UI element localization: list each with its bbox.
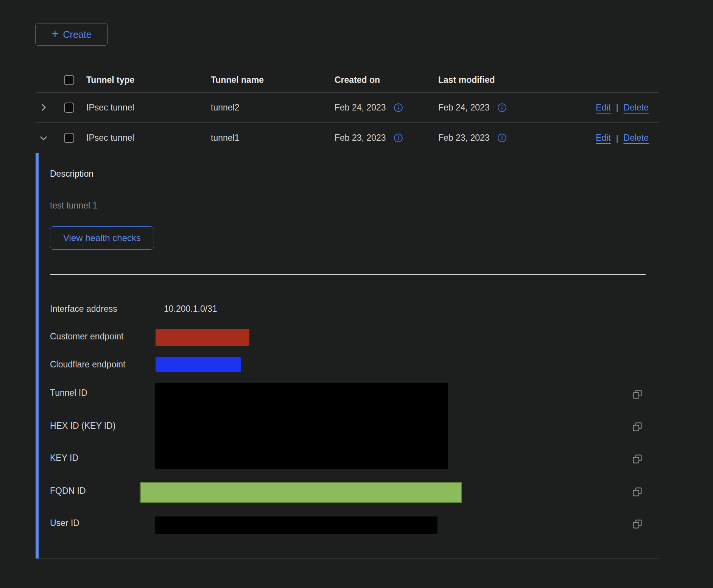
info-icon[interactable]	[394, 133, 403, 143]
customer-endpoint-redacted-value	[156, 329, 249, 346]
expand-row-button[interactable]	[39, 103, 48, 112]
plus-icon: +	[51, 28, 58, 40]
description-label: Description	[50, 168, 93, 179]
header-last-modified: Last modified	[438, 75, 583, 85]
copy-fqdn-id-button[interactable]	[632, 487, 643, 497]
tunnel-name-cell: tunnel1	[211, 133, 335, 143]
actions-separator: |	[616, 133, 618, 143]
ids-redacted-values	[155, 383, 448, 469]
last-modified-cell: Feb 23, 2023	[438, 133, 490, 143]
create-button[interactable]: + Create	[35, 23, 108, 46]
edit-link[interactable]: Edit	[596, 103, 611, 113]
select-all-checkbox[interactable]	[64, 75, 74, 85]
copy-icon	[632, 487, 643, 497]
info-icon[interactable]	[497, 103, 507, 112]
last-modified-cell: Feb 24, 2023	[438, 103, 490, 113]
collapse-row-button[interactable]	[39, 133, 48, 143]
delete-link[interactable]: Delete	[624, 103, 649, 113]
tunnel-type-cell: IPsec tunnel	[86, 133, 211, 143]
key-id-label: KEY ID	[50, 453, 78, 463]
create-button-label: Create	[63, 29, 92, 40]
edit-link[interactable]: Edit	[596, 133, 611, 143]
tunnels-page: + Create Tunnel type Tunnel name Created…	[0, 0, 713, 588]
chevron-down-icon	[39, 133, 48, 143]
actions-separator: |	[616, 103, 618, 112]
fqdn-id-label: FQDN ID	[50, 485, 86, 496]
user-id-redacted-value	[155, 516, 437, 534]
table-row: IPsec tunnel tunnel2 Feb 24, 2023 Feb 24…	[36, 93, 659, 123]
created-on-cell: Feb 24, 2023	[335, 103, 386, 113]
info-icon[interactable]	[497, 133, 507, 143]
copy-icon	[632, 389, 643, 400]
cloudflare-endpoint-label: Cloudflare endpoint	[50, 359, 125, 370]
section-divider	[50, 274, 646, 275]
description-value: test tunnel 1	[50, 200, 97, 211]
row-checkbox[interactable]	[64, 103, 74, 113]
hex-id-label: HEX ID (KEY ID)	[50, 420, 115, 431]
interface-address-value: 10.200.1.0/31	[164, 303, 217, 314]
copy-user-id-button[interactable]	[632, 519, 643, 529]
chevron-right-icon	[39, 103, 48, 112]
copy-icon	[632, 519, 643, 529]
copy-tunnel-id-button[interactable]	[632, 389, 643, 400]
tunnel-name-cell: tunnel2	[211, 103, 335, 113]
delete-link[interactable]: Delete	[624, 133, 649, 143]
header-tunnel-name: Tunnel name	[211, 75, 335, 85]
customer-endpoint-label: Customer endpoint	[50, 331, 123, 342]
expanded-accent-bar	[36, 153, 39, 558]
user-id-label: User ID	[50, 518, 79, 528]
info-icon[interactable]	[394, 103, 403, 112]
table-header-row: Tunnel type Tunnel name Created on Last …	[36, 67, 659, 93]
tunnel-id-label: Tunnel ID	[50, 387, 87, 398]
cloudflare-endpoint-redacted-value	[156, 357, 241, 372]
row-checkbox[interactable]	[64, 133, 74, 143]
view-health-checks-button[interactable]: View health checks	[50, 226, 154, 250]
expanded-tunnel-panel: Description test tunnel 1 View health ch…	[36, 153, 659, 559]
created-on-cell: Feb 23, 2023	[335, 133, 386, 143]
copy-icon	[632, 422, 643, 432]
table-row: IPsec tunnel tunnel1 Feb 23, 2023 Feb 23…	[36, 123, 659, 153]
interface-address-label: Interface address	[50, 303, 117, 314]
copy-icon	[632, 454, 643, 464]
copy-key-id-button[interactable]	[632, 454, 643, 464]
header-created-on: Created on	[335, 75, 438, 85]
header-tunnel-type: Tunnel type	[86, 75, 211, 85]
fqdn-id-redacted-value	[140, 482, 462, 503]
tunnel-type-cell: IPsec tunnel	[86, 103, 211, 113]
copy-hex-id-button[interactable]	[632, 422, 643, 432]
